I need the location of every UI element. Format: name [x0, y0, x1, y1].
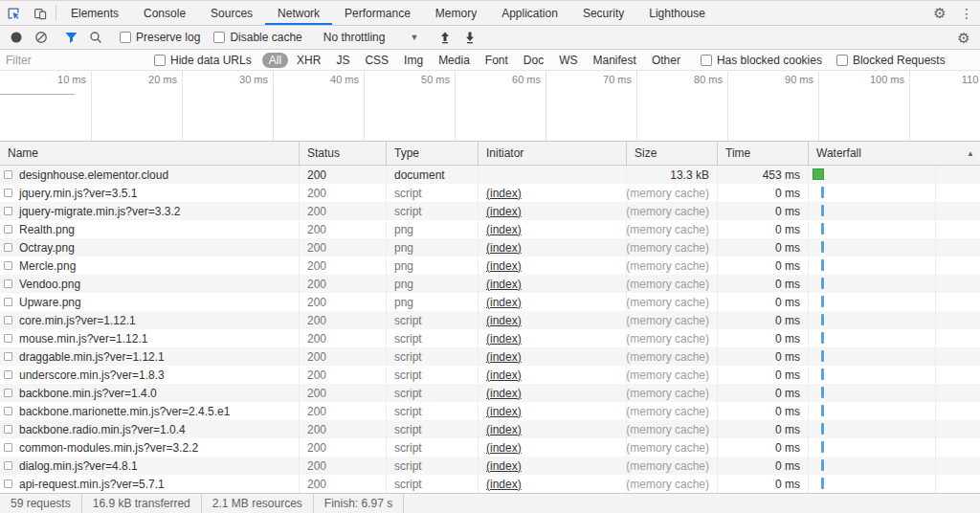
initiator-link[interactable]: (index)	[486, 423, 522, 436]
row-checkbox[interactable]	[4, 207, 12, 215]
row-checkbox[interactable]	[4, 316, 12, 324]
waterfall-tick-blue[interactable]	[821, 223, 824, 234]
filter-pill-xhr[interactable]: XHR	[290, 53, 327, 68]
table-row[interactable]: backbone.marionette.min.js?ver=2.4.5.e12…	[0, 402, 980, 420]
initiator-link[interactable]: (index)	[486, 478, 522, 491]
table-row[interactable]: underscore.min.js?ver=1.8.3200script(ind…	[0, 366, 980, 384]
row-checkbox[interactable]	[4, 407, 12, 415]
initiator-link[interactable]: (index)	[486, 368, 522, 382]
blocked-requests-checkbox[interactable]: Blocked Requests	[836, 54, 946, 67]
row-checkbox[interactable]	[4, 243, 12, 252]
waterfall-tick-blue[interactable]	[821, 459, 824, 471]
column-header-time[interactable]: Time	[718, 142, 809, 165]
waterfall-tick-blue[interactable]	[821, 441, 824, 453]
initiator-link[interactable]: (index)	[486, 205, 522, 218]
initiator-link[interactable]: (index)	[486, 259, 522, 273]
tab-application[interactable]: Application	[489, 1, 570, 25]
import-har-icon[interactable]	[433, 26, 457, 49]
table-row[interactable]: backbone.min.js?ver=1.4.0200script(index…	[0, 384, 980, 402]
device-toolbar-icon[interactable]	[27, 1, 54, 25]
tab-console[interactable]: Console	[131, 1, 198, 25]
tab-network[interactable]: Network	[265, 1, 332, 25]
table-row[interactable]: Mercle.png200png(index)(memory cache)0 m…	[0, 256, 980, 275]
column-header-initiator[interactable]: Initiator	[479, 142, 627, 165]
initiator-link[interactable]: (index)	[486, 405, 522, 418]
initiator-link[interactable]: (index)	[486, 387, 522, 400]
filter-pill-font[interactable]: Font	[479, 53, 515, 68]
initiator-link[interactable]: (index)	[486, 314, 522, 327]
waterfall-tick-blue[interactable]	[821, 205, 824, 216]
tab-elements[interactable]: Elements	[58, 1, 131, 25]
waterfall-tick-blue[interactable]	[821, 187, 824, 198]
initiator-link[interactable]: (index)	[486, 187, 522, 200]
filter-pill-js[interactable]: JS	[329, 53, 356, 68]
table-row[interactable]: jquery-migrate.min.js?ver=3.3.2200script…	[0, 202, 980, 220]
initiator-link[interactable]: (index)	[486, 350, 522, 364]
row-checkbox[interactable]	[4, 480, 12, 488]
tab-sources[interactable]: Sources	[198, 1, 265, 25]
filter-pill-other[interactable]: Other	[645, 53, 687, 68]
initiator-link[interactable]: (index)	[486, 296, 522, 309]
row-checkbox[interactable]	[4, 352, 12, 361]
waterfall-tick-blue[interactable]	[821, 241, 824, 253]
waterfall-tick-blue[interactable]	[821, 296, 824, 307]
network-settings-gear-icon[interactable]: ⚙	[951, 26, 976, 49]
table-row[interactable]: common-modules.min.js?ver=3.2.2200script…	[0, 438, 980, 457]
row-checkbox[interactable]	[4, 261, 12, 270]
waterfall-tick-blue[interactable]	[821, 368, 824, 380]
waterfall-bar-green[interactable]	[813, 168, 824, 180]
initiator-link[interactable]: (index)	[486, 278, 522, 291]
row-checkbox[interactable]	[4, 189, 12, 197]
initiator-link[interactable]: (index)	[486, 441, 522, 455]
table-row[interactable]: draggable.min.js?ver=1.12.1200script(ind…	[0, 347, 980, 366]
throttling-dropdown[interactable]: No throttling ▼	[323, 31, 419, 44]
table-row[interactable]: dialog.min.js?ver=4.8.1200script(index)(…	[0, 457, 980, 475]
export-har-icon[interactable]	[457, 26, 482, 49]
column-header-type[interactable]: Type	[387, 142, 479, 165]
disable-cache-checkbox[interactable]: Disable cache	[213, 31, 301, 44]
row-checkbox[interactable]	[4, 298, 12, 306]
table-row[interactable]: backbone.radio.min.js?ver=1.0.4200script…	[0, 420, 980, 438]
inspect-element-icon[interactable]	[0, 1, 27, 25]
table-row[interactable]: designhouse.elementor.cloud200document13…	[0, 166, 980, 184]
filter-pill-media[interactable]: Media	[432, 53, 477, 68]
column-header-status[interactable]: Status	[300, 142, 387, 165]
waterfall-tick-blue[interactable]	[821, 423, 824, 435]
waterfall-tick-blue[interactable]	[821, 259, 824, 271]
network-overview-timeline[interactable]: 10 ms20 ms30 ms40 ms50 ms60 ms70 ms80 ms…	[0, 71, 980, 142]
more-options-icon[interactable]: ⋮	[953, 1, 980, 25]
waterfall-tick-blue[interactable]	[821, 478, 824, 489]
table-row[interactable]: jquery.min.js?ver=3.5.1200script(index)(…	[0, 184, 980, 202]
record-network-log-button[interactable]	[4, 26, 29, 49]
filter-pill-doc[interactable]: Doc	[517, 53, 550, 68]
preserve-log-checkbox[interactable]: Preserve log	[120, 31, 200, 44]
filter-pill-manifest[interactable]: Manifest	[587, 53, 643, 68]
waterfall-tick-blue[interactable]	[821, 387, 824, 398]
table-row[interactable]: Vendoo.png200png(index)(memory cache)0 m…	[0, 275, 980, 293]
initiator-link[interactable]: (index)	[486, 241, 522, 255]
settings-gear-icon[interactable]: ⚙	[926, 1, 953, 25]
row-checkbox[interactable]	[4, 279, 12, 288]
filter-input[interactable]	[6, 54, 147, 67]
table-row[interactable]: api-request.min.js?ver=5.7.1200script(in…	[0, 475, 980, 493]
table-row[interactable]: Upware.png200png(index)(memory cache)0 m…	[0, 293, 980, 311]
filter-funnel-icon[interactable]	[58, 26, 83, 49]
clear-network-log-button[interactable]	[29, 26, 54, 49]
row-checkbox[interactable]	[4, 389, 12, 397]
table-row[interactable]: Realth.png200png(index)(memory cache)0 m…	[0, 220, 980, 238]
waterfall-tick-blue[interactable]	[821, 350, 824, 362]
search-icon[interactable]	[83, 26, 108, 49]
waterfall-tick-blue[interactable]	[821, 332, 824, 344]
initiator-link[interactable]: (index)	[486, 332, 522, 346]
table-row[interactable]: mouse.min.js?ver=1.12.1200script(index)(…	[0, 329, 980, 347]
waterfall-tick-blue[interactable]	[821, 278, 824, 289]
row-checkbox[interactable]	[4, 425, 12, 434]
column-header-name[interactable]: Name	[0, 142, 300, 165]
row-checkbox[interactable]	[4, 170, 12, 179]
has-blocked-cookies-checkbox[interactable]: Has blocked cookies	[701, 54, 822, 67]
filter-pill-all[interactable]: All	[262, 53, 288, 68]
column-header-waterfall[interactable]: Waterfall ▲	[809, 142, 980, 165]
row-checkbox[interactable]	[4, 461, 12, 470]
tab-performance[interactable]: Performance	[332, 1, 423, 25]
waterfall-tick-blue[interactable]	[821, 405, 824, 416]
